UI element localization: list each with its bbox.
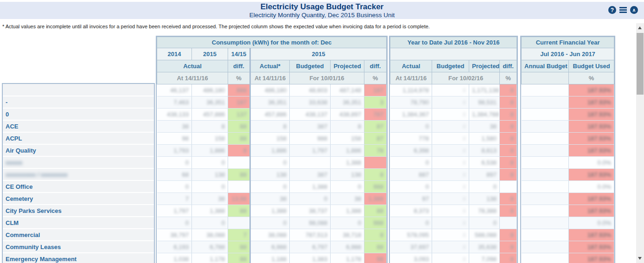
table-row: ACPL (3, 132, 154, 144)
consumption-group-header: Consumption (kWh) for the month of: Dec (157, 37, 387, 48)
table-row: Emergency Management (3, 253, 154, 263)
redacted-value: 1,886 (271, 147, 287, 154)
redacted-value: 0 (358, 219, 361, 226)
ytd-col-at-date: At 14/11/16 (390, 72, 432, 84)
budget-used-cell: 187.93% (569, 193, 614, 205)
data-cell: 1,797 (157, 205, 192, 217)
redacted-value: 8 (463, 123, 466, 130)
scroll-down-icon[interactable] (638, 257, 642, 260)
row-label-cell[interactable]: 0 (3, 108, 154, 120)
row-label-cell[interactable]: xxxxx (3, 156, 154, 168)
data-cell: 0 (250, 181, 290, 193)
ytd-col-budgeted: Budgeted (432, 60, 469, 72)
row-label-cell[interactable]: Emergency Management (3, 253, 154, 263)
data-cell: 8 (331, 121, 364, 133)
data-cell: 138 (469, 193, 500, 205)
page-title: Electricity Usage Budget Tracker (0, 2, 644, 12)
diff-cell: 8 (500, 96, 517, 109)
ytd-col-pct: % (500, 72, 517, 84)
row-label-cell[interactable]: - (3, 96, 154, 108)
redacted-value: 78,790 (410, 99, 429, 106)
col-pct: % (228, 72, 250, 84)
redacted-value: 8 (283, 123, 287, 130)
data-cell: 46,137 (157, 84, 192, 96)
row-label: City Parks Services (6, 207, 62, 214)
table-row: 78,790898,5318 (390, 96, 517, 109)
data-cell: 6,538 (469, 157, 500, 169)
table-row: 187.93% (522, 205, 614, 217)
diff-cell: 8 (500, 121, 517, 133)
redacted-value: 38 (355, 195, 361, 202)
row-label: CLM (6, 219, 19, 226)
redacted-value: 0 (426, 159, 429, 166)
table-row: 187.93% (522, 109, 614, 121)
data-cell: 6,988 (250, 241, 290, 253)
row-label-cell[interactable]: Commercial (3, 229, 154, 241)
redacted-value: 36,351 (206, 99, 225, 106)
data-cell (522, 217, 569, 229)
redacted-value: 0 (493, 219, 497, 226)
diff-cell: 78 (364, 145, 387, 157)
row-label-cell[interactable]: CLM (3, 217, 154, 229)
diff-cell: 8 (500, 229, 517, 241)
table-row: 08388 (390, 121, 517, 133)
redacted-value: 588,088 (475, 231, 497, 238)
redacted-value: 8 (510, 147, 514, 154)
cfy-table: Current Financial Year Jul 2016 - Jun 20… (521, 37, 614, 263)
scrollbar-thumb[interactable] (637, 33, 644, 95)
redacted-value: 787 (373, 111, 383, 118)
row-label-cell[interactable]: CE Office (3, 180, 154, 192)
table-row: 187.93% (522, 169, 614, 181)
redacted-value: 8 (510, 159, 514, 166)
redacted-value: 1,797 (173, 207, 189, 214)
redacted-value: 438,897 (339, 111, 361, 118)
data-cell: 1,793 (157, 145, 192, 157)
redacted-value: 38,088 (268, 231, 287, 238)
col-diff: diff. (228, 60, 250, 72)
table-row: xxxxx (3, 156, 154, 168)
redacted-value: 486,180 (265, 87, 287, 94)
redacted-value: 6,193 (173, 244, 189, 250)
row-label-cell[interactable]: ACPL (3, 132, 154, 144)
redacted-value: 8 (510, 256, 514, 263)
data-cell: 98,088 (290, 217, 331, 229)
redacted-value: 778 (419, 135, 429, 142)
help-icon[interactable]: ? (608, 6, 616, 14)
row-label-cell[interactable]: Cemetery (3, 192, 154, 205)
redacted-value: 1,886 (210, 147, 225, 154)
row-label-cell[interactable] (3, 84, 154, 96)
menu-icon[interactable] (619, 6, 627, 13)
scroll-up-icon[interactable] (638, 26, 642, 29)
row-label-cell[interactable]: Community Leases (3, 241, 154, 253)
table-row: 080 (390, 217, 517, 229)
data-cell: 1,038 (157, 253, 192, 263)
table-row: 086,5388 (390, 157, 517, 169)
table-row: 1,114,97881,171,1388 (390, 84, 517, 96)
vertical-scrollbar[interactable] (636, 23, 644, 263)
data-cell: 0 (331, 181, 364, 193)
diff-cell: 8 (500, 205, 517, 217)
redacted-value: 8 (510, 231, 514, 238)
ytd-col-projected: Projected (469, 60, 500, 72)
data-cell: 1,886 (192, 145, 228, 157)
row-label-cell[interactable]: ACE (3, 120, 154, 132)
collapse-up-icon[interactable]: ∧ (630, 6, 638, 14)
redacted-value: 8 (380, 171, 383, 178)
diff-cell: 7 (228, 229, 250, 241)
table-row: 187.93% (522, 145, 614, 157)
redacted-value: 158 (276, 135, 287, 142)
redacted-value: 0 (324, 195, 327, 202)
row-label-cell[interactable]: City Parks Services (3, 205, 154, 217)
col-projected: Projected (331, 60, 364, 72)
table-row: CE Office (3, 180, 154, 192)
data-cell: 7,098 (469, 253, 500, 263)
data-cell: 138 (331, 169, 364, 181)
data-cell: 778 (390, 133, 432, 145)
row-label-cell[interactable]: xxxxxxxxx / xxxxxxxx (3, 168, 154, 180)
diff-cell: 8 (500, 253, 517, 263)
row-label-cell[interactable]: Air Quality (3, 144, 154, 156)
redacted-value: 0 (283, 159, 287, 166)
ytd-col-for-date: For 10/02/16 (432, 72, 500, 84)
diff-cell (228, 181, 250, 193)
redacted-value: 138 (276, 171, 287, 178)
